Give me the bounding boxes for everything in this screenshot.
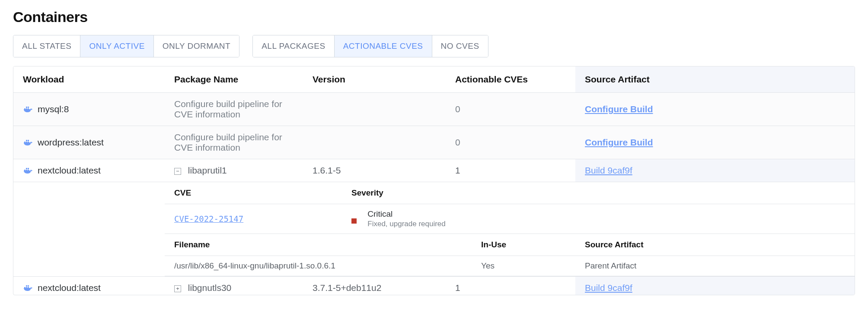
containers-table: Workload Package Name Version Actionable… [13, 66, 855, 295]
inuse-text: Yes [472, 256, 575, 276]
workload-name: nextcloud:latest [38, 165, 101, 176]
col-cves: Actionable CVEs [446, 66, 575, 93]
package-text: Configure build pipeline for CVE informa… [165, 126, 303, 159]
docker-icon [23, 283, 33, 293]
severity-label: Critical [367, 209, 446, 219]
artifact-text: Parent Artifact [575, 256, 855, 276]
svg-rect-9 [28, 140, 29, 141]
workload-name: mysql:8 [38, 104, 69, 114]
version-text: 1.6.1-5 [303, 159, 446, 182]
col-version: Version [303, 66, 446, 93]
cve-link[interactable]: CVE-2022-25147 [174, 214, 243, 224]
build-link[interactable]: Build 9caf9f [585, 283, 632, 293]
package-name: libaprutil1 [188, 165, 227, 175]
col-package: Package Name [165, 66, 303, 93]
filters-row: ALL STATES ONLY ACTIVE ONLY DORMANT ALL … [13, 35, 855, 57]
col-source-artifact: Source Artifact [575, 234, 855, 256]
cve-detail-row: CVE Severity CVE-2022-25147 Critical Fi [13, 182, 855, 277]
filter-group-packages: ALL PACKAGES ACTIONABLE CVES NO CVES [252, 35, 488, 57]
package-text: Configure build pipeline for CVE informa… [165, 93, 303, 126]
version-text [303, 126, 446, 159]
workload-name: wordpress:latest [38, 137, 104, 148]
filter-no-cves[interactable]: NO CVES [432, 35, 488, 57]
col-inuse: In-Use [472, 234, 575, 256]
table-header-row: Workload Package Name Version Actionable… [13, 66, 855, 93]
svg-rect-8 [26, 140, 27, 141]
svg-rect-13 [26, 168, 27, 169]
col-workload: Workload [13, 66, 165, 93]
version-text: 3.7.1-5+deb11u2 [303, 277, 446, 295]
page-title: Containers [13, 9, 855, 25]
cve-count: 0 [446, 126, 575, 159]
table-row: nextcloud:latest − libaprutil1 1.6.1-5 1… [13, 159, 855, 182]
workload-name: nextcloud:latest [38, 283, 101, 293]
expand-icon[interactable]: + [174, 285, 181, 292]
filename-text: /usr/lib/x86_64-linux-gnu/libaprutil-1.s… [165, 256, 472, 276]
svg-rect-19 [28, 285, 29, 287]
configure-build-link[interactable]: Configure Build [585, 137, 653, 147]
collapse-icon[interactable]: − [174, 168, 181, 175]
svg-rect-14 [28, 168, 29, 169]
svg-rect-3 [26, 107, 27, 108]
build-link[interactable]: Build 9caf9f [585, 165, 632, 175]
package-name: libgnutls30 [188, 283, 231, 293]
cve-count: 1 [446, 159, 575, 182]
cve-count: 1 [446, 277, 575, 295]
filter-only-dormant[interactable]: ONLY DORMANT [154, 35, 239, 57]
col-filename: Filename [165, 234, 472, 256]
cve-count: 0 [446, 93, 575, 126]
docker-icon [23, 165, 33, 176]
filter-group-states: ALL STATES ONLY ACTIVE ONLY DORMANT [13, 35, 239, 57]
configure-build-link[interactable]: Configure Build [585, 104, 653, 114]
svg-rect-18 [26, 285, 27, 287]
severity-indicator-icon [351, 218, 357, 224]
version-text [303, 93, 446, 126]
docker-icon [23, 104, 33, 114]
table-row: mysql:8 Configure build pipeline for CVE… [13, 93, 855, 126]
filter-all-states[interactable]: ALL STATES [13, 35, 80, 57]
filter-only-active[interactable]: ONLY ACTIVE [80, 35, 153, 57]
svg-rect-4 [28, 107, 29, 108]
col-artifact: Source Artifact [575, 66, 855, 93]
filter-actionable-cves[interactable]: ACTIONABLE CVES [335, 35, 432, 57]
table-row: nextcloud:latest + libgnutls30 3.7.1-5+d… [13, 277, 855, 295]
severity-note: Fixed, upgrade required [367, 220, 446, 228]
table-row: wordpress:latest Configure build pipelin… [13, 126, 855, 159]
docker-icon [23, 137, 33, 148]
filter-all-packages[interactable]: ALL PACKAGES [253, 35, 335, 57]
col-severity: Severity [342, 182, 855, 204]
col-cve: CVE [165, 182, 342, 204]
